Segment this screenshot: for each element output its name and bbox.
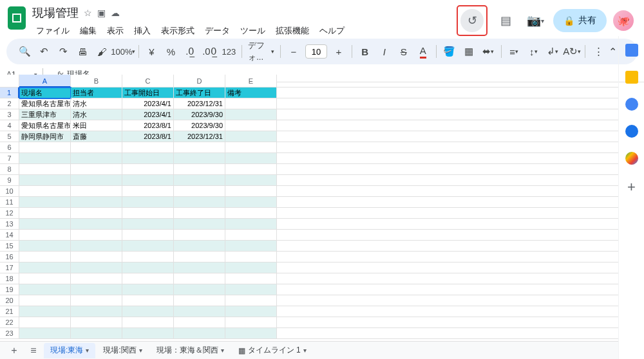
- cell[interactable]: [174, 317, 225, 328]
- cell[interactable]: [174, 164, 225, 175]
- cell[interactable]: [122, 284, 174, 295]
- menu-format[interactable]: 表示形式: [157, 23, 198, 39]
- chevron-down-icon[interactable]: ▾: [303, 347, 307, 354]
- cell[interactable]: [122, 306, 174, 317]
- cell[interactable]: [122, 186, 174, 197]
- cell[interactable]: [71, 230, 122, 241]
- cell[interactable]: [71, 273, 122, 284]
- cell[interactable]: [71, 197, 122, 208]
- print-icon[interactable]: 🖶: [73, 42, 91, 60]
- cell[interactable]: [174, 230, 225, 241]
- row-header[interactable]: 2: [0, 98, 19, 109]
- cell[interactable]: 備考: [225, 87, 277, 98]
- cell[interactable]: [71, 317, 122, 328]
- cell[interactable]: [71, 284, 122, 295]
- cell[interactable]: [19, 186, 71, 197]
- cell[interactable]: [174, 241, 225, 252]
- cell[interactable]: 2023/12/31: [174, 98, 225, 109]
- cell[interactable]: 工事終了日: [174, 87, 225, 98]
- font-increase-icon[interactable]: +: [330, 42, 348, 60]
- cell[interactable]: 2023/4/1: [122, 109, 174, 120]
- account-avatar[interactable]: 🐙: [613, 10, 634, 31]
- rotate-icon[interactable]: A↻ ▾: [563, 42, 581, 60]
- cell[interactable]: 2023/8/1: [122, 131, 174, 142]
- cell[interactable]: [225, 219, 277, 230]
- cell[interactable]: [122, 197, 174, 208]
- cell[interactable]: [122, 328, 174, 339]
- sheet-tab[interactable]: 現場:関西▾: [97, 343, 148, 358]
- cell[interactable]: [225, 295, 277, 306]
- cell[interactable]: 清水: [71, 109, 122, 120]
- menu-extensions[interactable]: 拡張機能: [272, 23, 313, 39]
- cell[interactable]: [122, 273, 174, 284]
- cell[interactable]: [225, 328, 277, 339]
- col-header[interactable]: D: [174, 75, 225, 87]
- font-select[interactable]: デフォ... ▾: [246, 42, 276, 60]
- cell[interactable]: [122, 164, 174, 175]
- star-icon[interactable]: ☆: [84, 8, 92, 18]
- share-button[interactable]: 🔒 共有: [553, 9, 607, 32]
- cell[interactable]: [122, 175, 174, 186]
- cell[interactable]: [71, 175, 122, 186]
- cell[interactable]: [225, 252, 277, 262]
- row-header[interactable]: 14: [0, 230, 19, 241]
- cell[interactable]: [174, 219, 225, 230]
- sheet-tab[interactable]: ▦タイムライン 1▾: [232, 343, 313, 358]
- row-header[interactable]: 10: [0, 186, 19, 197]
- cell[interactable]: [122, 230, 174, 241]
- currency-icon[interactable]: ¥: [142, 42, 160, 60]
- row-header[interactable]: 6: [0, 142, 19, 153]
- all-sheets-icon[interactable]: ≡: [24, 343, 43, 358]
- meet-icon[interactable]: 📷 ▾: [524, 9, 547, 32]
- cell[interactable]: [174, 197, 225, 208]
- cell[interactable]: 2023/9/30: [174, 120, 225, 131]
- row-header[interactable]: 11: [0, 197, 19, 208]
- h-align-icon[interactable]: ≡ ▾: [505, 42, 523, 60]
- cell[interactable]: [225, 109, 277, 120]
- row-header[interactable]: 5: [0, 131, 19, 142]
- contacts-icon[interactable]: [625, 125, 638, 138]
- cell[interactable]: [122, 219, 174, 230]
- select-all-corner[interactable]: [0, 75, 19, 87]
- row-header[interactable]: 20: [0, 295, 19, 306]
- cell[interactable]: 2023/12/31: [174, 131, 225, 142]
- cell[interactable]: [19, 295, 71, 306]
- cell[interactable]: [225, 241, 277, 252]
- cell[interactable]: [19, 230, 71, 241]
- tasks-icon[interactable]: [625, 98, 638, 111]
- cell[interactable]: [19, 175, 71, 186]
- cell[interactable]: [71, 252, 122, 262]
- menu-edit[interactable]: 編集: [76, 23, 100, 39]
- cell[interactable]: [71, 153, 122, 164]
- cell[interactable]: [225, 197, 277, 208]
- chevron-down-icon[interactable]: ▾: [139, 347, 142, 354]
- cell[interactable]: [174, 175, 225, 186]
- borders-icon[interactable]: ▦: [460, 42, 478, 60]
- menu-tools[interactable]: ツール: [236, 23, 269, 39]
- cell[interactable]: 愛知県名古屋市: [19, 120, 71, 131]
- undo-icon[interactable]: ↶: [35, 42, 53, 60]
- cell[interactable]: 担当者: [71, 87, 122, 98]
- add-ons-icon[interactable]: +: [627, 179, 636, 196]
- spreadsheet-grid[interactable]: A B C D E 1現場名担当者工事開始日工事終了日備考2愛知県名古屋市清水2…: [0, 75, 618, 341]
- maps-icon[interactable]: [625, 152, 638, 165]
- decrease-decimal-icon[interactable]: .0̲: [181, 42, 199, 60]
- menu-data[interactable]: データ: [201, 23, 234, 39]
- cell[interactable]: [19, 197, 71, 208]
- cell[interactable]: 静岡県静岡市: [19, 131, 71, 142]
- menu-help[interactable]: ヘルプ: [316, 23, 348, 39]
- cell[interactable]: 2023/9/30: [174, 109, 225, 120]
- col-header[interactable]: A: [19, 75, 71, 87]
- merge-icon[interactable]: ⬌ ▾: [479, 42, 497, 60]
- row-header[interactable]: 8: [0, 164, 19, 175]
- cell[interactable]: [225, 153, 277, 164]
- cell[interactable]: [71, 208, 122, 219]
- strike-icon[interactable]: S: [395, 42, 413, 60]
- row-header[interactable]: 23: [0, 328, 19, 339]
- cell[interactable]: [225, 164, 277, 175]
- cell[interactable]: [225, 284, 277, 295]
- menu-insert[interactable]: 挿入: [130, 23, 155, 39]
- add-sheet-icon[interactable]: +: [5, 343, 23, 358]
- cell[interactable]: [225, 98, 277, 109]
- cloud-icon[interactable]: ☁: [111, 8, 120, 18]
